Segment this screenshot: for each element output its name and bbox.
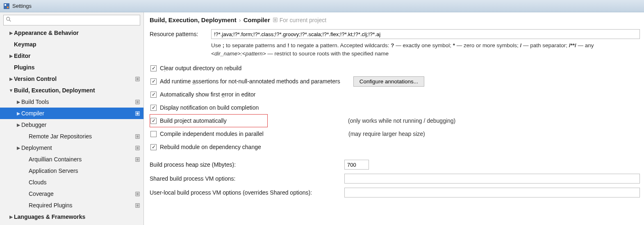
tree-item-label: Languages & Frameworks xyxy=(14,214,134,220)
heap-size-label: Build process heap size (Mbytes): xyxy=(150,161,344,168)
tree-item-label: Compiler xyxy=(21,110,134,117)
tree-item-label: Build Tools xyxy=(21,99,134,105)
tree-item-languages-frameworks[interactable]: ▶Languages & Frameworks xyxy=(0,211,143,223)
svg-rect-6 xyxy=(136,78,139,80)
tree-item-version-control[interactable]: ▶Version Control xyxy=(0,73,143,85)
resource-patterns-label: Resource patterns: xyxy=(150,31,211,37)
project-scope-icon xyxy=(134,134,141,139)
tree-item-label: Remote Jar Repositories xyxy=(29,133,134,140)
settings-tree: ▶Appearance & BehaviorKeymap▶EditorPlugi… xyxy=(0,27,143,225)
tree-item-editor[interactable]: ▶Editor xyxy=(0,50,143,62)
tree-item-required-plugins[interactable]: Required Plugins xyxy=(0,200,143,211)
clear-output-checkbox[interactable] xyxy=(150,65,157,71)
tree-item-plugins[interactable]: Plugins xyxy=(0,62,143,73)
chevron-right-icon: ▶ xyxy=(16,145,21,151)
compile-parallel-label: Compile independent modules in parallel xyxy=(160,131,345,137)
chevron-right-icon: ▶ xyxy=(8,214,14,220)
tree-item-remote-jar-repositories[interactable]: Remote Jar Repositories xyxy=(0,131,143,142)
breadcrumb-part1: Build, Execution, Deployment xyxy=(150,16,237,23)
tree-item-label: Appearance & Behavior xyxy=(14,30,134,36)
tree-item-label: Application Servers xyxy=(29,168,134,174)
tree-item-label: Deployment xyxy=(21,145,134,151)
svg-rect-1 xyxy=(5,4,6,6)
project-scope-icon xyxy=(134,191,141,197)
tree-item-build-tools[interactable]: ▶Build Tools xyxy=(0,96,143,108)
user-vm-label: User-local build process VM options (ove… xyxy=(150,189,344,196)
svg-rect-10 xyxy=(136,112,139,115)
svg-rect-20 xyxy=(136,204,139,207)
breadcrumb-scope: For current project xyxy=(273,17,326,23)
tree-item-keymap[interactable]: Keymap xyxy=(0,39,143,50)
build-automatically-note: (only works while not running / debuggin… xyxy=(348,117,455,124)
tree-item-application-servers[interactable]: Application Servers xyxy=(0,165,143,177)
compile-parallel-checkbox[interactable] xyxy=(150,131,157,137)
heap-size-input[interactable] xyxy=(344,160,369,170)
tree-item-label: Build, Execution, Deployment xyxy=(14,87,134,94)
breadcrumb-part2: Compiler xyxy=(243,16,270,23)
project-scope-icon xyxy=(134,111,141,116)
tree-item-label: Clouds xyxy=(29,179,134,186)
tree-item-deployment[interactable]: ▶Deployment xyxy=(0,142,143,154)
sidebar: ▶Appearance & BehaviorKeymap▶EditorPlugi… xyxy=(0,12,144,225)
chevron-right-icon: ▶ xyxy=(8,30,14,36)
search-input[interactable] xyxy=(3,15,140,25)
breadcrumb: Build, Execution, Deployment › Compiler … xyxy=(150,16,640,23)
svg-rect-8 xyxy=(136,101,139,103)
shared-vm-label: Shared build process VM options: xyxy=(150,175,344,182)
chevron-right-icon: ▶ xyxy=(16,99,21,105)
project-scope-icon xyxy=(134,145,141,151)
svg-rect-12 xyxy=(136,135,139,138)
app-icon xyxy=(3,3,10,9)
build-notification-label: Display notification on build completion xyxy=(160,104,259,111)
titlebar: Settings xyxy=(0,0,644,12)
breadcrumb-sep: › xyxy=(239,16,241,23)
chevron-right-icon: ▶ xyxy=(16,122,21,128)
build-notification-checkbox[interactable] xyxy=(150,105,157,111)
chevron-right-icon: ▶ xyxy=(16,111,21,116)
svg-rect-14 xyxy=(136,147,139,149)
compile-parallel-note: (may require larger heap size) xyxy=(348,131,425,137)
show-first-error-label: Automatically show first error in editor xyxy=(160,91,255,98)
tree-item-label: Arquillian Containers xyxy=(29,156,134,163)
tree-item-label: Plugins xyxy=(14,64,134,71)
content-panel: Build, Execution, Deployment › Compiler … xyxy=(144,12,644,225)
clear-output-label: Clear output directory on rebuild xyxy=(160,65,241,71)
svg-rect-22 xyxy=(274,19,276,21)
svg-rect-16 xyxy=(136,158,139,161)
project-scope-icon xyxy=(134,76,141,82)
tree-item-label: Editor xyxy=(14,53,134,59)
project-scope-icon xyxy=(134,99,141,105)
svg-rect-2 xyxy=(7,7,9,8)
resource-patterns-input[interactable] xyxy=(211,29,640,39)
chevron-right-icon: ▶ xyxy=(8,53,14,59)
configure-annotations-button[interactable]: Configure annotations... xyxy=(353,76,424,87)
build-automatically-label: Build project automatically xyxy=(160,117,227,124)
rebuild-dependency-checkbox[interactable] xyxy=(150,144,157,150)
tree-item-coverage[interactable]: Coverage xyxy=(0,188,143,200)
tree-item-label: Keymap xyxy=(14,41,134,48)
tree-item-clouds[interactable]: Clouds xyxy=(0,177,143,188)
user-vm-input[interactable] xyxy=(344,188,640,197)
project-scope-icon xyxy=(134,157,141,162)
runtime-assertions-checkbox[interactable] xyxy=(150,78,157,85)
project-scope-icon xyxy=(273,17,278,23)
chevron-right-icon: ▶ xyxy=(8,76,14,82)
tree-item-label: Coverage xyxy=(29,191,134,197)
tree-item-debugger[interactable]: ▶Debugger xyxy=(0,119,143,131)
rebuild-dependency-label: Rebuild module on dependency change xyxy=(160,144,261,150)
project-scope-icon xyxy=(134,203,141,208)
tree-item-compiler[interactable]: ▶Compiler xyxy=(0,108,143,119)
show-first-error-checkbox[interactable] xyxy=(150,92,157,98)
shared-vm-input[interactable] xyxy=(344,174,640,184)
runtime-assertions-label: Add runtime assertions for not-null-anno… xyxy=(160,78,340,85)
tree-item-arquillian-containers[interactable]: Arquillian Containers xyxy=(0,154,143,165)
build-automatically-checkbox[interactable] xyxy=(150,118,157,124)
tree-item-label: Debugger xyxy=(21,122,134,128)
tree-item-label: Required Plugins xyxy=(29,202,134,209)
window-title: Settings xyxy=(12,3,32,9)
tree-item-appearance-behavior[interactable]: ▶Appearance & Behavior xyxy=(0,27,143,39)
svg-rect-18 xyxy=(136,193,139,195)
tree-item-build-execution-deployment[interactable]: ▼Build, Execution, Deployment xyxy=(0,85,143,96)
resource-help: Use ; to separate patterns and ! to nega… xyxy=(211,41,640,57)
tree-item-label: Version Control xyxy=(14,76,134,82)
